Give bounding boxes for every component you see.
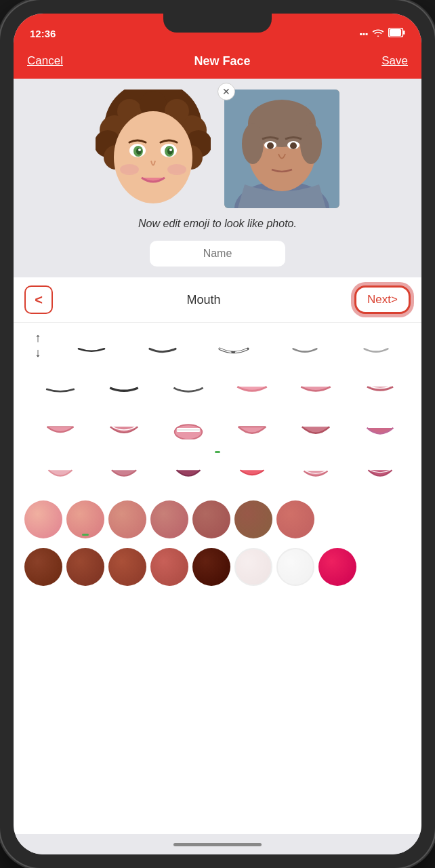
- status-icons: ▪▪▪: [359, 28, 405, 39]
- toolbar: < Mouth Next>: [14, 277, 421, 323]
- mouth-option-5[interactable]: [342, 328, 411, 363]
- svg-point-29: [242, 123, 264, 164]
- name-input[interactable]: [150, 241, 285, 267]
- color-swatch-14[interactable]: [276, 548, 314, 586]
- notch: [163, 14, 272, 33]
- color-row-2: [24, 545, 411, 589]
- mouth-option-13[interactable]: [94, 412, 154, 448]
- phone-frame: 12:36 ▪▪▪ Cancel N: [0, 0, 435, 868]
- mouth-row-1: ↑ ↓: [24, 328, 411, 363]
- emoji-avatar: [96, 90, 211, 208]
- color-swatch-12[interactable]: [192, 548, 230, 586]
- color-swatch-6[interactable]: [234, 500, 272, 538]
- phone-screen: 12:36 ▪▪▪ Cancel N: [14, 14, 421, 854]
- color-swatch-7[interactable]: [276, 500, 314, 538]
- emoji-face-svg: [96, 90, 211, 208]
- home-indicator: [14, 834, 421, 854]
- mouth-option-15[interactable]: [222, 412, 283, 448]
- cancel-button[interactable]: Cancel: [27, 54, 63, 68]
- color-swatch-5[interactable]: [192, 500, 230, 538]
- mouth-option-7[interactable]: [94, 370, 154, 406]
- close-photo-button[interactable]: ✕: [218, 83, 235, 100]
- color-swatch-2[interactable]: [66, 500, 104, 538]
- mouth-option-12[interactable]: [30, 412, 91, 448]
- color-picker-area: [24, 498, 411, 593]
- color-swatch-11[interactable]: [150, 548, 188, 586]
- svg-point-30: [300, 123, 322, 164]
- svg-rect-2: [403, 31, 405, 35]
- mouth-option-8[interactable]: [158, 370, 219, 406]
- mouth-option-21[interactable]: [222, 454, 283, 490]
- save-button[interactable]: Save: [381, 54, 408, 68]
- mouth-option-20[interactable]: [158, 454, 219, 490]
- svg-point-33: [267, 142, 274, 149]
- color-swatch-8[interactable]: [24, 548, 62, 586]
- mouth-option-17[interactable]: [350, 412, 411, 448]
- mouth-option-6[interactable]: [30, 370, 91, 406]
- next-button[interactable]: Next>: [354, 285, 411, 314]
- photo-container: ✕: [224, 90, 339, 208]
- section-label: Mouth: [187, 293, 221, 307]
- home-bar: [173, 843, 262, 846]
- status-time: 12:36: [30, 28, 56, 39]
- content-area: ✕: [14, 79, 421, 277]
- color-swatch-10[interactable]: [108, 548, 146, 586]
- instruction-text: Now edit emoji to look like photo.: [27, 216, 408, 231]
- svg-point-34: [290, 142, 297, 149]
- svg-rect-1: [390, 29, 401, 36]
- size-down-arrow[interactable]: ↓: [35, 346, 41, 361]
- color-swatch-4[interactable]: [150, 500, 188, 538]
- mouth-option-2[interactable]: [128, 328, 196, 363]
- mouth-option-16[interactable]: [285, 412, 346, 448]
- mouth-option-3[interactable]: [199, 328, 268, 363]
- person-photo-svg: [224, 90, 339, 208]
- svg-point-22: [120, 164, 139, 175]
- mouth-row-3: [24, 412, 411, 448]
- mouth-row-4: [24, 454, 411, 490]
- mouth-option-22[interactable]: [285, 454, 346, 490]
- color-swatch-9[interactable]: [66, 548, 104, 586]
- wifi-icon: [372, 28, 384, 39]
- back-button[interactable]: <: [24, 285, 53, 314]
- mouth-option-9[interactable]: [222, 370, 283, 406]
- svg-point-20: [138, 149, 141, 151]
- mouth-option-4[interactable]: [271, 328, 339, 363]
- color-swatch-15[interactable]: [318, 548, 356, 586]
- mouth-option-1[interactable]: [57, 328, 125, 363]
- page-title: New Face: [194, 54, 251, 68]
- face-row: ✕: [27, 90, 408, 208]
- color-swatch-1[interactable]: [24, 500, 62, 538]
- color-swatch-13[interactable]: [234, 548, 272, 586]
- svg-point-21: [169, 149, 172, 151]
- mouth-option-14[interactable]: [158, 412, 219, 448]
- color-row-1: [24, 498, 411, 541]
- signal-icon: ▪▪▪: [359, 29, 368, 39]
- name-input-wrap: [27, 241, 408, 267]
- size-up-arrow[interactable]: ↑: [35, 332, 41, 347]
- battery-icon: [388, 28, 405, 39]
- color-swatch-3[interactable]: [108, 500, 146, 538]
- svg-point-13: [114, 111, 192, 203]
- mouth-option-18[interactable]: [30, 454, 91, 490]
- mouth-option-19[interactable]: [94, 454, 154, 490]
- size-adjuster[interactable]: ↑ ↓: [24, 332, 51, 361]
- mouth-row-2: [24, 370, 411, 406]
- mouth-option-23[interactable]: [350, 454, 411, 490]
- bottom-panel: < Mouth Next> ↑ ↓: [14, 277, 421, 834]
- mouth-options-area: ↑ ↓: [14, 323, 421, 834]
- mouth-option-10[interactable]: [285, 370, 346, 406]
- nav-bar: Cancel New Face Save: [14, 43, 421, 79]
- mouth-option-11[interactable]: [350, 370, 411, 406]
- svg-point-23: [167, 164, 186, 175]
- person-photo: [224, 90, 339, 208]
